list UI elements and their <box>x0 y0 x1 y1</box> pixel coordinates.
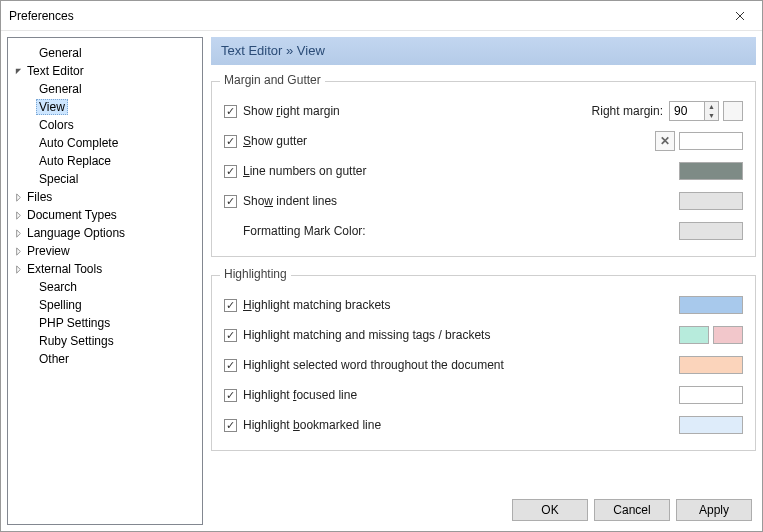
row-hl-word: Highlight selected word throughout the d… <box>224 350 743 380</box>
row-gutter: Show gutter ✕ <box>224 126 743 156</box>
checkbox-hl-word[interactable] <box>224 359 237 372</box>
tree-item[interactable]: Colors <box>8 116 202 134</box>
spacer <box>24 335 36 347</box>
tree-item[interactable]: Auto Replace <box>8 152 202 170</box>
ok-button[interactable]: OK <box>512 499 588 521</box>
right-margin-spinner[interactable]: ▲▼ <box>669 101 719 121</box>
checkbox-right-margin[interactable] <box>224 105 237 118</box>
chevron-down-icon[interactable] <box>12 65 24 77</box>
label-hl-tags[interactable]: Highlight matching and missing tags / br… <box>243 328 679 342</box>
checkbox-indent-lines[interactable] <box>224 195 237 208</box>
hl-tags-match-color[interactable] <box>679 326 709 344</box>
hl-bookmarked-color[interactable] <box>679 416 743 434</box>
tree-item[interactable]: View <box>8 98 202 116</box>
checkbox-line-numbers[interactable] <box>224 165 237 178</box>
hl-tags-missing-color[interactable] <box>713 326 743 344</box>
hl-focused-color[interactable] <box>679 386 743 404</box>
page-title: Text Editor » View <box>211 37 756 65</box>
apply-button[interactable]: Apply <box>676 499 752 521</box>
tree-item-label: General <box>36 81 85 97</box>
right-margin-input[interactable] <box>670 102 704 120</box>
tree-item-label: Auto Replace <box>36 153 114 169</box>
tree-item-label: Other <box>36 351 72 367</box>
row-indent-lines: Show indent lines <box>224 186 743 216</box>
tree-item[interactable]: Auto Complete <box>8 134 202 152</box>
row-hl-tags: Highlight matching and missing tags / br… <box>224 320 743 350</box>
row-hl-brackets: Highlight matching brackets <box>224 290 743 320</box>
checkbox-hl-tags[interactable] <box>224 329 237 342</box>
chevron-right-icon[interactable] <box>12 209 24 221</box>
checkbox-hl-focused[interactable] <box>224 389 237 402</box>
close-icon <box>735 11 745 21</box>
tree-item[interactable]: Spelling <box>8 296 202 314</box>
label-hl-word[interactable]: Highlight selected word throughout the d… <box>243 358 679 372</box>
preferences-window: Preferences GeneralText EditorGeneralVie… <box>0 0 763 532</box>
checkbox-gutter[interactable] <box>224 135 237 148</box>
tree-item-label: Search <box>36 279 80 295</box>
tree-item-label: External Tools <box>24 261 105 277</box>
spin-up-icon[interactable]: ▲ <box>705 102 718 111</box>
tree-item[interactable]: Language Options <box>8 224 202 242</box>
spacer <box>24 299 36 311</box>
tree-item[interactable]: Search <box>8 278 202 296</box>
label-right-margin-value: Right margin: <box>592 104 663 118</box>
label-hl-brackets[interactable]: Highlight matching brackets <box>243 298 679 312</box>
spacer <box>24 173 36 185</box>
label-right-margin[interactable]: Show right margin <box>243 104 592 118</box>
tree-item[interactable]: Text Editor <box>8 62 202 80</box>
tree-item-label: Auto Complete <box>36 135 121 151</box>
label-hl-bookmarked[interactable]: Highlight bookmarked line <box>243 418 679 432</box>
cancel-button[interactable]: Cancel <box>594 499 670 521</box>
chevron-right-icon[interactable] <box>12 245 24 257</box>
clear-gutter-color-button[interactable]: ✕ <box>655 131 675 151</box>
tree-item-label: View <box>36 99 68 115</box>
spacer <box>24 317 36 329</box>
label-hl-focused[interactable]: Highlight focused line <box>243 388 679 402</box>
row-hl-focused: Highlight focused line <box>224 380 743 410</box>
tree-item[interactable]: General <box>8 44 202 62</box>
formatting-mark-color[interactable] <box>679 222 743 240</box>
tree-item-label: Files <box>24 189 55 205</box>
tree-item[interactable]: Files <box>8 188 202 206</box>
x-icon: ✕ <box>660 134 670 148</box>
spacer <box>24 47 36 59</box>
label-indent-lines[interactable]: Show indent lines <box>243 194 679 208</box>
close-button[interactable] <box>718 1 762 31</box>
line-numbers-color[interactable] <box>679 162 743 180</box>
spin-down-icon[interactable]: ▼ <box>705 111 718 120</box>
row-formatting-mark: Formatting Mark Color: <box>224 216 743 246</box>
indent-lines-color[interactable] <box>679 192 743 210</box>
chevron-right-icon[interactable] <box>12 227 24 239</box>
tree-item[interactable]: PHP Settings <box>8 314 202 332</box>
gutter-color[interactable] <box>679 132 743 150</box>
tree-item[interactable]: Preview <box>8 242 202 260</box>
spacer <box>24 119 36 131</box>
tree-item-label: Text Editor <box>24 63 87 79</box>
tree-item[interactable]: Special <box>8 170 202 188</box>
chevron-right-icon[interactable] <box>12 263 24 275</box>
tree-item-label: Preview <box>24 243 73 259</box>
checkbox-hl-bookmarked[interactable] <box>224 419 237 432</box>
chevron-right-icon[interactable] <box>12 191 24 203</box>
spacer <box>24 281 36 293</box>
label-gutter[interactable]: Show gutter <box>243 134 655 148</box>
tree-item[interactable]: General <box>8 80 202 98</box>
tree-item[interactable]: Ruby Settings <box>8 332 202 350</box>
hl-word-color[interactable] <box>679 356 743 374</box>
spacer <box>24 101 36 113</box>
tree-item-label: Ruby Settings <box>36 333 117 349</box>
spacer <box>24 353 36 365</box>
spacer <box>24 137 36 149</box>
hl-brackets-color[interactable] <box>679 296 743 314</box>
dialog-footer: OK Cancel Apply <box>211 493 756 525</box>
row-hl-bookmarked: Highlight bookmarked line <box>224 410 743 440</box>
nav-tree[interactable]: GeneralText EditorGeneralViewColorsAuto … <box>7 37 203 525</box>
tree-item[interactable]: Document Types <box>8 206 202 224</box>
label-line-numbers[interactable]: Line numbers on gutter <box>243 164 679 178</box>
tree-item[interactable]: Other <box>8 350 202 368</box>
label-formatting-mark: Formatting Mark Color: <box>243 224 679 238</box>
titlebar: Preferences <box>1 1 762 31</box>
checkbox-hl-brackets[interactable] <box>224 299 237 312</box>
tree-item[interactable]: External Tools <box>8 260 202 278</box>
right-margin-color[interactable] <box>723 101 743 121</box>
